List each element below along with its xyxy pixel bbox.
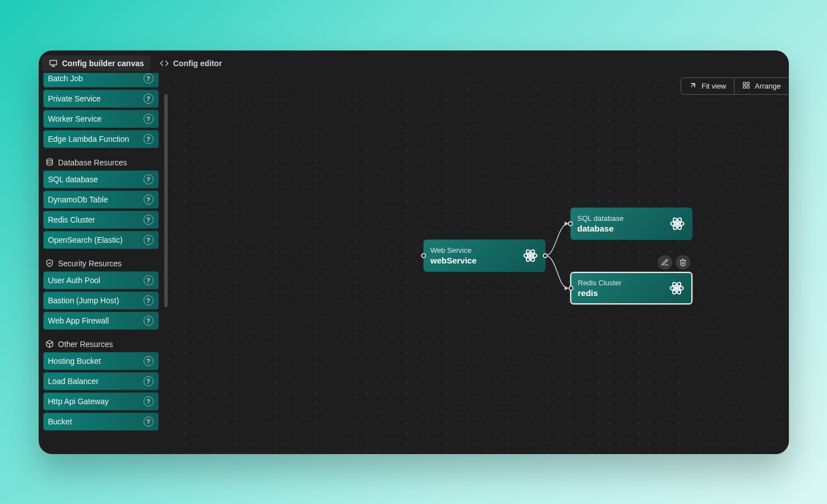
help-icon[interactable]: ? <box>144 174 154 184</box>
resource-label: Redis Cluster <box>48 215 95 224</box>
shield-check-icon <box>45 259 54 267</box>
canvas-toolbar: Fit view Arrange <box>681 77 788 95</box>
resource-label: OpenSearch (Elastic) <box>48 235 123 244</box>
node-database[interactable]: SQL database database <box>570 207 692 240</box>
section-compute: Container Workload ? Batch Job ? Private… <box>43 73 159 148</box>
resource-label: SQL database <box>48 175 98 184</box>
canvas[interactable]: Fit view Arrange <box>168 73 789 454</box>
tab-label: Config builder canvas <box>62 59 144 68</box>
resource-label: Web App Firewall <box>48 316 109 325</box>
resource-label: Bastion (Jump Host) <box>48 296 119 305</box>
help-icon[interactable]: ? <box>144 356 154 366</box>
section-security: Security Resurces User Auth Pool ? Basti… <box>43 251 159 330</box>
resource-user-auth-pool[interactable]: User Auth Pool ? <box>43 271 159 289</box>
tabs-bar: Config builder canvas Config editor <box>39 50 789 73</box>
node-type-label: SQL database <box>577 214 624 223</box>
node-name: database <box>577 224 624 233</box>
svg-point-14 <box>676 222 678 225</box>
resource-batch-job[interactable]: Batch Job ? <box>43 73 159 87</box>
node-actions <box>658 255 690 270</box>
svg-line-5 <box>691 84 695 87</box>
presentation-icon <box>49 59 58 68</box>
help-icon[interactable]: ? <box>144 195 154 205</box>
resource-label: Worker Service <box>48 114 101 123</box>
node-handle-out[interactable] <box>543 253 548 258</box>
tab-config-editor[interactable]: Config editor <box>153 56 229 71</box>
resource-label: Load Balancer <box>48 377 99 386</box>
resource-web-app-firewall[interactable]: Web App Firewall ? <box>43 312 159 330</box>
resource-sql-database[interactable]: SQL database ? <box>43 170 159 188</box>
node-name: webService <box>431 256 477 265</box>
help-icon[interactable]: ? <box>144 295 154 306</box>
cube-icon <box>45 340 54 348</box>
resource-dynamodb-table[interactable]: DynamoDb Table ? <box>43 191 159 209</box>
app-window: Config builder canvas Config editor Cont… <box>39 50 789 454</box>
svg-rect-9 <box>747 86 749 88</box>
help-icon[interactable]: ? <box>144 417 154 427</box>
help-icon[interactable]: ? <box>144 235 154 245</box>
resource-bucket[interactable]: Bucket ? <box>43 413 159 431</box>
section-head-label: Database Resurces <box>58 158 127 167</box>
resource-label: Batch Job <box>48 74 83 83</box>
resource-worker-service[interactable]: Worker Service ? <box>43 110 159 128</box>
resource-hosting-bucket[interactable]: Hosting Bucket ? <box>43 352 159 370</box>
help-icon[interactable]: ? <box>144 73 154 84</box>
section-head-label: Other Resurces <box>58 340 113 349</box>
atom-icon <box>523 248 538 263</box>
resource-load-balancer[interactable]: Load Balancer ? <box>43 372 159 390</box>
delete-node-button[interactable] <box>676 255 690 270</box>
pencil-icon <box>661 258 669 266</box>
help-icon[interactable]: ? <box>144 396 154 406</box>
help-icon[interactable]: ? <box>144 275 154 285</box>
svg-rect-0 <box>50 60 57 64</box>
resource-private-service[interactable]: Private Service ? <box>43 90 159 108</box>
node-handle-in[interactable] <box>421 253 426 258</box>
resource-label: DynamoDb Table <box>48 195 108 204</box>
svg-point-3 <box>47 159 52 161</box>
arrange-button[interactable]: Arrange <box>734 78 788 94</box>
resource-redis-cluster[interactable]: Redis Cluster ? <box>43 211 159 229</box>
section-head-database: Database Resurces <box>43 150 159 170</box>
svg-point-18 <box>675 286 678 289</box>
help-icon[interactable]: ? <box>144 376 154 386</box>
help-icon[interactable]: ? <box>144 215 154 225</box>
atom-icon <box>669 280 685 296</box>
section-head-security: Security Resurces <box>43 251 159 271</box>
help-icon[interactable]: ? <box>144 134 154 144</box>
svg-point-10 <box>529 254 532 257</box>
resource-label: Http Api Gateway <box>48 397 109 406</box>
node-redis[interactable]: Redis Cluster redis <box>570 272 692 304</box>
resource-bastion-jump-host[interactable]: Bastion (Jump Host) ? <box>43 292 159 309</box>
node-type-label: Redis Cluster <box>578 279 622 287</box>
expand-icon <box>689 81 697 91</box>
resource-label: Hosting Bucket <box>48 357 101 366</box>
section-head-label: Security Resurces <box>58 259 122 268</box>
atom-icon <box>669 216 685 232</box>
resource-edge-lambda-function[interactable]: Edge Lambda Function ? <box>43 130 159 148</box>
help-icon[interactable]: ? <box>144 316 154 326</box>
node-webservice[interactable]: Web Service webService <box>423 239 546 272</box>
node-name: redis <box>578 288 622 298</box>
edit-node-button[interactable] <box>658 255 672 270</box>
svg-rect-7 <box>747 82 749 84</box>
layout-grid-icon <box>742 81 750 91</box>
resource-http-api-gateway[interactable]: Http Api Gateway ? <box>43 392 159 410</box>
resource-opensearch-elastic[interactable]: OpenSearch (Elastic) ? <box>43 231 159 249</box>
help-icon[interactable]: ? <box>144 94 154 104</box>
resource-label: Edge Lambda Function <box>48 135 130 144</box>
main-area: Container Workload ? Batch Job ? Private… <box>39 73 789 454</box>
node-type-label: Web Service <box>431 246 477 255</box>
resource-label: Bucket <box>48 417 72 426</box>
svg-rect-8 <box>743 86 746 88</box>
tab-label: Config editor <box>173 59 222 68</box>
fit-view-button[interactable]: Fit view <box>681 78 734 94</box>
help-icon[interactable]: ? <box>144 114 154 124</box>
resource-label: Private Service <box>48 94 101 103</box>
button-label: Fit view <box>701 82 726 90</box>
code-icon <box>160 59 169 68</box>
node-handle-in[interactable] <box>568 221 573 226</box>
node-handle-in[interactable] <box>569 285 574 290</box>
tab-config-builder[interactable]: Config builder canvas <box>42 56 151 71</box>
resource-label: User Auth Pool <box>48 276 100 285</box>
sidebar: Container Workload ? Batch Job ? Private… <box>43 73 169 454</box>
